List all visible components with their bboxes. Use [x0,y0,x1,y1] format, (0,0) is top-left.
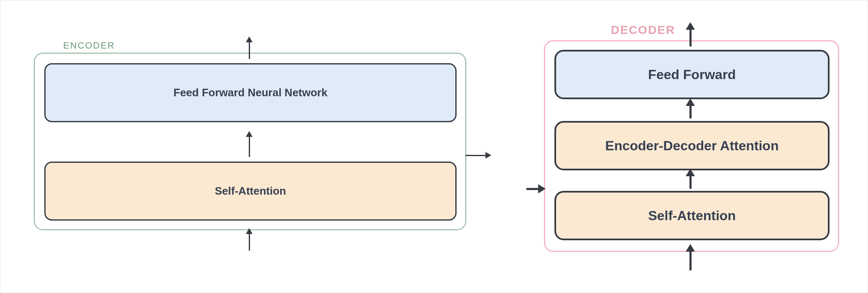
decoder-self-attention-label: Self-Attention [648,208,736,224]
decoder-enc-dec-attention-label: Encoder-Decoder Attention [605,138,779,154]
encoder-title: ENCODER [63,40,115,51]
decoder-feed-forward-label: Feed Forward [648,67,736,82]
encoder-self-attention-label: Self-Attention [215,185,286,198]
decoder-self-attention-block: Self-Attention [554,191,830,240]
decoder-enc-dec-attention-block: Encoder-Decoder Attention [554,121,830,170]
decoder-title: DECODER [611,23,675,37]
encoder-self-attention-block: Self-Attention [44,162,457,221]
diagram-canvas: ENCODER Feed Forward Neural Network Self… [0,0,868,293]
encoder-feed-forward-block: Feed Forward Neural Network [44,63,457,122]
encoder-feed-forward-label: Feed Forward Neural Network [174,86,327,99]
decoder-feed-forward-block: Feed Forward [554,50,830,99]
